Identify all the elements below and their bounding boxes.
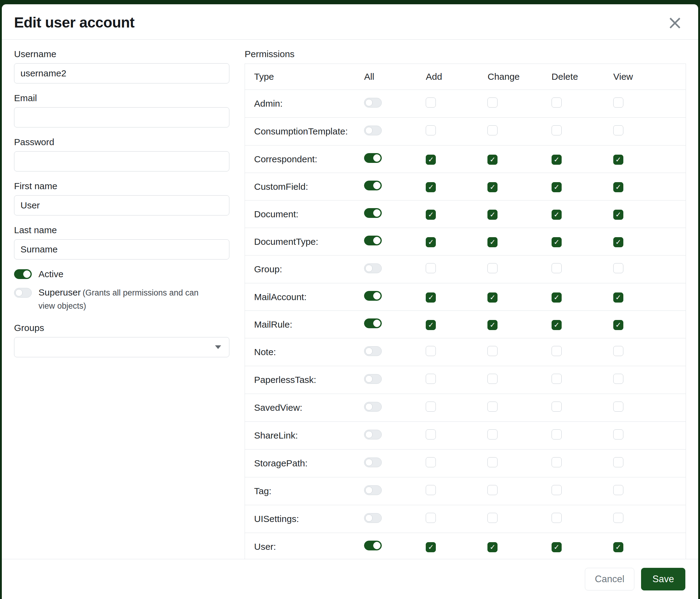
permission-delete-checkbox[interactable]	[552, 346, 561, 356]
permission-change-checkbox[interactable]	[488, 125, 498, 136]
permission-view-checkbox[interactable]	[613, 485, 623, 495]
permission-add-checkbox[interactable]	[426, 457, 436, 467]
permission-change-checkbox[interactable]	[488, 485, 498, 495]
permission-all-toggle[interactable]	[364, 346, 382, 356]
permission-view-checkbox[interactable]: ✓	[613, 320, 623, 330]
close-icon[interactable]: ×	[666, 15, 684, 30]
permission-delete-checkbox[interactable]: ✓	[552, 292, 561, 303]
permission-all-toggle[interactable]	[364, 513, 382, 523]
permission-view-checkbox[interactable]: ✓	[613, 182, 623, 192]
permission-add-checkbox[interactable]	[426, 429, 436, 439]
permission-all-toggle[interactable]	[364, 181, 382, 190]
permission-change-checkbox[interactable]	[488, 374, 498, 384]
permission-delete-checkbox[interactable]	[552, 402, 561, 412]
permission-delete-checkbox[interactable]	[552, 263, 561, 273]
permission-all-toggle[interactable]	[364, 485, 382, 495]
cancel-button[interactable]: Cancel	[585, 568, 635, 591]
permission-all-toggle[interactable]	[364, 374, 382, 384]
save-button[interactable]: Save	[641, 568, 685, 591]
last-name-input[interactable]	[14, 239, 229, 260]
permission-view-checkbox[interactable]: ✓	[613, 542, 623, 552]
permission-add-checkbox[interactable]	[426, 513, 436, 523]
permission-view-checkbox[interactable]: ✓	[613, 210, 623, 220]
permission-all-toggle[interactable]	[364, 236, 382, 245]
permission-change-checkbox[interactable]: ✓	[488, 320, 498, 330]
permission-delete-checkbox[interactable]	[552, 374, 561, 384]
superuser-text: Superuser(Grants all permissions and can…	[39, 286, 199, 312]
permission-change-checkbox[interactable]	[488, 402, 498, 412]
permission-delete-checkbox[interactable]: ✓	[552, 542, 561, 552]
permission-change-checkbox[interactable]	[488, 263, 498, 273]
permission-view-checkbox[interactable]	[613, 263, 623, 273]
permission-delete-checkbox[interactable]: ✓	[552, 182, 561, 192]
permission-all-toggle[interactable]	[364, 263, 382, 273]
permission-all-toggle[interactable]	[364, 430, 382, 439]
permission-view-checkbox[interactable]: ✓	[613, 292, 623, 303]
permission-delete-checkbox[interactable]: ✓	[552, 154, 561, 165]
permission-delete-checkbox[interactable]	[552, 513, 561, 523]
permission-delete-checkbox[interactable]	[552, 97, 561, 107]
permission-add-checkbox[interactable]	[426, 125, 436, 136]
permission-add-checkbox[interactable]: ✓	[426, 320, 436, 330]
permission-delete-checkbox[interactable]	[552, 429, 561, 439]
permission-view-checkbox[interactable]	[613, 346, 623, 356]
permission-delete-checkbox[interactable]: ✓	[552, 320, 561, 330]
permission-view-checkbox[interactable]: ✓	[613, 237, 623, 247]
permission-change-checkbox[interactable]	[488, 429, 498, 439]
permission-view-checkbox[interactable]	[613, 457, 623, 467]
permission-all-toggle[interactable]	[364, 291, 382, 301]
permission-change-checkbox[interactable]	[488, 97, 498, 107]
permission-change-checkbox[interactable]: ✓	[488, 154, 498, 165]
permission-add-checkbox[interactable]: ✓	[426, 292, 436, 303]
permission-add-checkbox[interactable]: ✓	[426, 182, 436, 192]
permission-view-checkbox[interactable]: ✓	[613, 154, 623, 165]
permission-type-label: DocumentType:	[245, 228, 362, 256]
permission-view-checkbox[interactable]	[613, 513, 623, 523]
permission-view-checkbox[interactable]	[613, 97, 623, 107]
active-toggle[interactable]	[14, 269, 32, 279]
permission-add-checkbox[interactable]	[426, 485, 436, 495]
permission-view-checkbox[interactable]	[613, 374, 623, 384]
permission-change-checkbox[interactable]	[488, 346, 498, 356]
permission-all-toggle[interactable]	[364, 153, 382, 163]
permission-all-toggle[interactable]	[364, 457, 382, 467]
first-name-input[interactable]	[14, 195, 229, 215]
permission-all-toggle[interactable]	[364, 98, 382, 107]
permission-add-checkbox[interactable]	[426, 346, 436, 356]
permission-type-label: Group:	[245, 256, 362, 283]
permission-all-toggle[interactable]	[364, 318, 382, 328]
permission-delete-checkbox[interactable]	[552, 485, 561, 495]
permission-view-checkbox[interactable]	[613, 402, 623, 412]
permission-add-checkbox[interactable]	[426, 374, 436, 384]
permission-add-checkbox[interactable]	[426, 402, 436, 412]
permission-delete-checkbox[interactable]: ✓	[552, 210, 561, 220]
permission-delete-checkbox[interactable]	[552, 125, 561, 136]
permission-all-toggle[interactable]	[364, 126, 382, 136]
email-input[interactable]	[14, 107, 229, 127]
permission-add-checkbox[interactable]: ✓	[426, 154, 436, 165]
permission-all-toggle[interactable]	[364, 208, 382, 218]
permission-change-checkbox[interactable]	[488, 513, 498, 523]
permission-change-checkbox[interactable]: ✓	[488, 237, 498, 247]
permission-add-checkbox[interactable]: ✓	[426, 210, 436, 220]
permission-view-checkbox[interactable]	[613, 429, 623, 439]
permission-view-checkbox[interactable]	[613, 125, 623, 136]
username-input[interactable]	[14, 63, 229, 83]
permission-add-checkbox[interactable]	[426, 263, 436, 273]
password-input[interactable]	[14, 151, 229, 171]
permission-change-checkbox[interactable]	[488, 457, 498, 467]
permission-delete-checkbox[interactable]: ✓	[552, 237, 561, 247]
superuser-toggle[interactable]	[14, 288, 32, 298]
permission-change-checkbox[interactable]: ✓	[488, 210, 498, 220]
permission-add-checkbox[interactable]: ✓	[426, 237, 436, 247]
permission-change-checkbox[interactable]: ✓	[488, 542, 498, 552]
permission-delete-checkbox[interactable]	[552, 457, 561, 467]
groups-select[interactable]	[14, 337, 229, 357]
permission-add-checkbox[interactable]	[426, 97, 436, 107]
permission-change-checkbox[interactable]: ✓	[488, 182, 498, 192]
permission-add-checkbox[interactable]: ✓	[426, 542, 436, 552]
permission-row: Note:	[245, 338, 686, 366]
permission-change-checkbox[interactable]: ✓	[488, 292, 498, 303]
permission-all-toggle[interactable]	[364, 541, 382, 550]
permission-all-toggle[interactable]	[364, 402, 382, 412]
